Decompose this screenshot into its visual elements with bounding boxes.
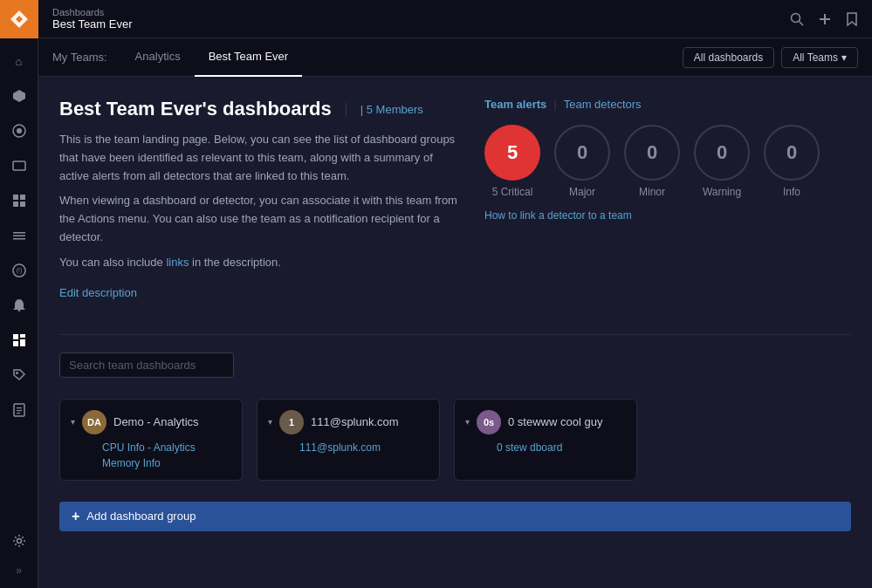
- sidebar-item-reports[interactable]: [3, 394, 35, 426]
- add-group-label: Add dashboard group: [86, 509, 196, 523]
- major-count: 0: [577, 141, 587, 164]
- card-chevron-1[interactable]: ▾: [268, 417, 272, 427]
- card-avatar-text-1: 1: [289, 417, 294, 427]
- svg-rect-19: [17, 407, 22, 408]
- top-section: Best Team Ever's dashboards | 5 Members …: [59, 98, 851, 299]
- svg-rect-14: [20, 334, 25, 338]
- alert-circle-major[interactable]: 0: [554, 125, 610, 181]
- svg-rect-9: [13, 236, 25, 237]
- search-bar: [59, 352, 851, 378]
- dashboard-card-1: ▾ 1 111@splunk.com 111@splunk.com: [257, 399, 440, 481]
- card-link-2-0[interactable]: 0 stew dboard: [497, 441, 626, 454]
- search-icon[interactable]: [790, 12, 804, 26]
- svg-rect-13: [13, 334, 18, 339]
- page-title-section: Best Team Ever's dashboards | 5 Members: [59, 98, 423, 120]
- all-dashboards-button[interactable]: All dashboards: [683, 47, 774, 68]
- dashboard-card-2: ▾ 0s 0 stewww cool guy 0 stew dboard: [454, 399, 637, 481]
- card-link-0-1[interactable]: Memory Info: [102, 457, 231, 469]
- alert-circle-critical[interactable]: 5: [484, 125, 540, 181]
- add-dashboard-group-button[interactable]: + Add dashboard group: [59, 502, 851, 531]
- svg-text:(!): (!): [16, 267, 22, 274]
- critical-label: 5 Critical: [492, 186, 533, 198]
- svg-rect-10: [13, 238, 25, 240]
- info-count: 0: [786, 141, 797, 164]
- add-icon[interactable]: [818, 12, 832, 26]
- svg-point-2: [17, 128, 22, 133]
- links-link[interactable]: links: [166, 256, 189, 269]
- tab-analytics[interactable]: Analytics: [121, 38, 195, 77]
- page-header: Best Team Ever's dashboards | 5 Members: [59, 98, 463, 120]
- sidebar: ⌂ (!): [0, 0, 38, 588]
- svg-point-23: [792, 13, 800, 22]
- alert-circle-critical-wrap: 5 5 Critical: [484, 125, 540, 198]
- nav-tabs: My Teams: Analytics Best Team Ever All d…: [38, 38, 872, 77]
- alert-circle-info[interactable]: 0: [764, 125, 820, 181]
- svg-rect-4: [13, 195, 18, 200]
- card-avatar-text-0: DA: [87, 417, 101, 427]
- add-group-icon: +: [72, 509, 79, 524]
- alert-circle-minor[interactable]: 0: [624, 125, 680, 181]
- sidebar-item-infrastructure[interactable]: [3, 80, 35, 112]
- alert-circles: 5 5 Critical 0 Major 0 Mino: [484, 125, 851, 198]
- alerts-tab-divider: |: [553, 98, 556, 111]
- sidebar-item-tag-spotlight[interactable]: [3, 359, 35, 391]
- sidebar-item-settings[interactable]: [3, 525, 35, 557]
- alert-circle-minor-wrap: 0 Minor: [624, 125, 680, 198]
- minor-count: 0: [647, 141, 657, 164]
- topbar-breadcrumb-section: Dashboards Best Team Ever: [52, 7, 133, 31]
- description-1: This is the team landing page. Below, yo…: [59, 131, 463, 185]
- card-body-1: 111@splunk.com: [268, 441, 429, 454]
- svg-rect-7: [20, 202, 25, 207]
- tab-best-team-ever[interactable]: Best Team Ever: [195, 38, 303, 77]
- card-link-1-0[interactable]: 111@splunk.com: [299, 441, 429, 454]
- card-link-0-0[interactable]: CPU Info - Analytics: [102, 441, 231, 454]
- sidebar-item-synthetics[interactable]: [3, 185, 35, 216]
- main-content: Dashboards Best Team Ever My Teams: Anal…: [38, 0, 872, 588]
- card-avatar-text-2: 0s: [484, 417, 494, 427]
- team-alerts-tab[interactable]: Team alerts: [484, 98, 546, 111]
- svg-point-22: [17, 539, 21, 544]
- description-3: You can also include links in the descri…: [59, 254, 463, 272]
- card-body-2: 0 stew dboard: [465, 441, 626, 454]
- members-badge: | 5 Members: [346, 103, 423, 116]
- alerts-tabs: Team alerts | Team detectors: [484, 98, 851, 111]
- svg-point-17: [16, 372, 18, 374]
- svg-rect-3: [13, 161, 25, 170]
- info-label: Info: [783, 186, 800, 198]
- alert-circle-warning[interactable]: 0: [694, 125, 750, 181]
- sidebar-bottom: »: [3, 518, 35, 588]
- sidebar-item-on-call[interactable]: (!): [3, 255, 35, 286]
- members-count-label: 5 Members: [367, 103, 423, 116]
- dashboard-grid: ▾ DA Demo - Analytics CPU Info - Analyti…: [59, 399, 851, 481]
- description-3-text: You can also include: [59, 256, 166, 269]
- nav-tabs-left: My Teams: Analytics Best Team Ever: [52, 38, 302, 77]
- team-detectors-tab[interactable]: Team detectors: [564, 98, 642, 111]
- card-chevron-0[interactable]: ▾: [71, 417, 75, 427]
- svg-marker-0: [13, 90, 25, 102]
- card-avatar-1: 1: [279, 410, 304, 434]
- sidebar-item-log-observer[interactable]: [3, 220, 35, 251]
- sidebar-item-dashboards[interactable]: [3, 325, 35, 356]
- search-input[interactable]: [59, 352, 234, 378]
- all-teams-label: All Teams: [793, 51, 838, 64]
- splunk-logo[interactable]: [0, 0, 38, 38]
- svg-rect-12: [17, 310, 20, 311]
- all-teams-button[interactable]: All Teams ▾: [781, 47, 858, 68]
- sidebar-item-home[interactable]: ⌂: [3, 45, 35, 77]
- left-section: Best Team Ever's dashboards | 5 Members …: [59, 98, 484, 299]
- card-chevron-2[interactable]: ▾: [465, 417, 470, 427]
- sidebar-item-apm[interactable]: [3, 115, 35, 147]
- sidebar-item-rum[interactable]: [3, 150, 35, 181]
- svg-rect-8: [13, 232, 25, 234]
- edit-description-link[interactable]: Edit description: [59, 286, 137, 299]
- bookmark-icon[interactable]: [846, 12, 858, 26]
- sidebar-expand-button[interactable]: »: [3, 560, 35, 581]
- warning-count: 0: [717, 141, 727, 164]
- link-detector-link[interactable]: How to link a detector to a team: [484, 209, 632, 222]
- card-avatar-0: DA: [82, 410, 106, 434]
- section-divider: [59, 334, 851, 335]
- breadcrumb: Dashboards: [52, 7, 133, 17]
- my-teams-label: My Teams:: [52, 51, 107, 64]
- sidebar-item-alerts[interactable]: [3, 290, 35, 321]
- card-header-0: ▾ DA Demo - Analytics: [71, 410, 231, 434]
